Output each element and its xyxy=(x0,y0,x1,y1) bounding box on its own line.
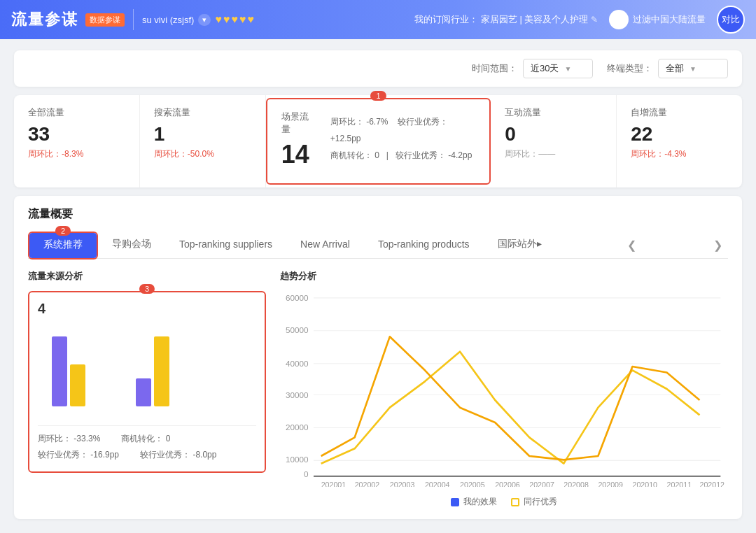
search-traffic-sub: 周环比：-50.0% xyxy=(154,148,251,160)
filters-row: 时间范围： 近30天 ▼ 终端类型： 全部 ▼ xyxy=(14,50,742,87)
time-filter-select[interactable]: 近30天 ▼ xyxy=(523,59,593,78)
trend-chart: 60000 50000 40000 30000 20000 10000 0 xyxy=(280,291,728,508)
traffic-summary-section: 流量概要 2 系统推荐 导购会场 Top-ranking suppliers N… xyxy=(14,196,742,519)
scene-week-change: 周环比： -6.7% 较行业优秀： +12.5pp xyxy=(330,113,476,147)
stats-row: 全部流量 33 周环比：-8.3% 搜索流量 1 周环比：-50.0% 1 场景… xyxy=(14,95,742,187)
tab-new-arrival[interactable]: New Arrival xyxy=(286,233,364,257)
svg-text:202006: 202006 xyxy=(495,481,520,487)
svg-text:202011: 202011 xyxy=(667,481,692,487)
bar-chart-svg xyxy=(38,322,220,420)
svg-text:202002: 202002 xyxy=(355,481,380,487)
stat-card-self-traffic: 自增流量 22 周环比：-4.3% xyxy=(617,95,742,187)
chart-stat-conversion: 商机转化： 0 xyxy=(121,433,170,445)
time-filter-group: 时间范围： 近30天 ▼ xyxy=(472,59,593,78)
username-label: su vivi (zsjsf) xyxy=(142,15,194,25)
chart-stats-row2: 较行业优秀： -16.9pp 较行业优秀： -8.0pp xyxy=(38,449,256,461)
tab-highlight-badge: 2 xyxy=(55,226,71,236)
interactive-traffic-value: 0 xyxy=(505,123,602,145)
svg-rect-0 xyxy=(52,336,67,406)
device-filter-select[interactable]: 全部 ▼ xyxy=(658,59,728,78)
trend-chart-svg: 60000 50000 40000 30000 20000 10000 0 xyxy=(280,291,728,487)
svg-text:202008: 202008 xyxy=(564,481,589,487)
scene-conversion: 商机转化： 0 | 较行业优秀： -4.2pp xyxy=(330,147,476,164)
svg-text:202001: 202001 xyxy=(321,481,346,487)
stat-card-interactive-traffic: 互动流量 0 周环比：—— xyxy=(491,95,617,187)
subscription-label: 我的订阅行业： 家居园艺 | 美容及个人护理 ✎ xyxy=(414,13,598,26)
search-traffic-value: 1 xyxy=(154,123,251,145)
svg-text:202012: 202012 xyxy=(699,481,724,487)
interactive-traffic-label: 互动流量 xyxy=(505,106,602,119)
main-content: 时间范围： 近30天 ▼ 终端类型： 全部 ▼ 全部流量 33 周环比：-8.3… xyxy=(0,39,756,530)
svg-rect-2 xyxy=(136,378,151,406)
device-filter-label: 终端类型： xyxy=(607,62,652,75)
time-filter-label: 时间范围： xyxy=(472,62,517,75)
section-title: 流量概要 xyxy=(28,207,728,222)
tab-system-recommend[interactable]: 系统推荐 xyxy=(29,233,97,258)
svg-text:20000: 20000 xyxy=(286,422,309,432)
traffic-tabs: 2 系统推荐 导购会场 Top-ranking suppliers New Ar… xyxy=(28,232,728,259)
svg-rect-1 xyxy=(70,364,85,406)
left-panel: 流量来源分析 3 4 周环比： xyxy=(28,270,266,508)
legend-my-effect: 我的效果 xyxy=(451,496,497,508)
tab-next-btn[interactable]: ❯ xyxy=(708,236,728,255)
all-traffic-label: 全部流量 xyxy=(28,106,125,119)
svg-text:60000: 60000 xyxy=(286,293,309,302)
svg-text:202005: 202005 xyxy=(460,481,485,487)
chart-stat-industry1: 较行业优秀： -16.9pp xyxy=(38,449,119,461)
scene-highlight-badge: 1 xyxy=(370,91,386,101)
svg-text:50000: 50000 xyxy=(286,325,309,334)
svg-text:40000: 40000 xyxy=(286,359,309,368)
header-badge: 数据参谋 xyxy=(85,13,125,27)
device-filter-group: 终端类型： 全部 ▼ xyxy=(607,59,728,78)
device-chevron-icon: ▼ xyxy=(690,65,696,73)
tab-top-ranking-suppliers[interactable]: Top-ranking suppliers xyxy=(165,233,286,257)
right-panel-title: 趋势分析 xyxy=(280,270,728,283)
legend-dot-peer xyxy=(511,498,519,506)
self-traffic-value: 22 xyxy=(631,123,728,145)
chart-stat-week-change: 周环比： -33.3% xyxy=(38,433,100,445)
self-traffic-sub: 周环比：-4.3% xyxy=(631,148,728,160)
left-panel-title: 流量来源分析 xyxy=(28,270,266,283)
svg-text:202004: 202004 xyxy=(425,481,450,487)
svg-text:202007: 202007 xyxy=(529,481,554,487)
legend-dot-my-effect xyxy=(451,498,459,506)
chart-num: 4 xyxy=(38,301,256,317)
tab-shopping-venue[interactable]: 导购会场 xyxy=(98,232,165,257)
header: 流量参谋 数据参谋 su vivi (zsjsf) ▾ ♥♥♥♥♥ 我的订阅行业… xyxy=(0,0,756,39)
tab-top-ranking-products[interactable]: Top-ranking products xyxy=(364,233,484,257)
scene-traffic-label: 场景流量 xyxy=(281,111,316,136)
filter-circle-icon xyxy=(609,10,629,29)
left-chart-badge: 3 xyxy=(139,284,155,294)
self-traffic-label: 自增流量 xyxy=(631,106,728,119)
header-hearts: ♥♥♥♥♥ xyxy=(215,13,255,26)
svg-text:30000: 30000 xyxy=(286,390,309,399)
svg-text:202003: 202003 xyxy=(390,481,415,487)
all-traffic-sub: 周环比：-8.3% xyxy=(28,148,125,160)
tab-intl-external[interactable]: 国际站外▸ xyxy=(484,232,556,257)
stat-card-all-traffic: 全部流量 33 周环比：-8.3% xyxy=(14,95,140,187)
compare-button[interactable]: 对比 xyxy=(717,6,745,34)
svg-text:202010: 202010 xyxy=(632,481,657,487)
header-divider xyxy=(133,9,134,30)
edit-icon[interactable]: ✎ xyxy=(591,15,598,24)
chart-legend: 我的效果 同行优秀 xyxy=(280,496,728,508)
chart-stats: 周环比： -33.3% 商机转化： 0 xyxy=(38,425,256,445)
filter-mainland-btn[interactable]: 过滤中国大陆流量 xyxy=(609,10,706,29)
bar-chart-box: 3 4 周环比： -33.3% xyxy=(28,291,266,473)
svg-rect-3 xyxy=(154,336,169,406)
app-title: 流量参谋 xyxy=(11,9,78,30)
all-traffic-value: 33 xyxy=(28,123,125,145)
stat-card-search-traffic: 搜索流量 1 周环比：-50.0% xyxy=(140,95,266,187)
stat-card-scene-traffic: 1 场景流量 14 周环比： -6.7% 较行业优秀： +12.5pp 商机 xyxy=(266,98,491,185)
header-right: 我的订阅行业： 家居园艺 | 美容及个人护理 ✎ 过滤中国大陆流量 对比 xyxy=(414,6,745,34)
interactive-traffic-sub: 周环比：—— xyxy=(505,148,602,160)
right-panel: 趋势分析 60000 50000 40000 30000 20000 10000… xyxy=(280,270,728,508)
scene-traffic-value: 14 xyxy=(281,140,316,169)
search-traffic-label: 搜索流量 xyxy=(154,106,251,119)
svg-text:202009: 202009 xyxy=(598,481,623,487)
header-user: su vivi (zsjsf) ▾ ♥♥♥♥♥ xyxy=(142,13,255,26)
user-dropdown-btn[interactable]: ▾ xyxy=(198,14,211,26)
legend-peer-excellent: 同行优秀 xyxy=(511,496,557,508)
tab-prev-btn[interactable]: ❮ xyxy=(622,236,642,255)
svg-text:10000: 10000 xyxy=(286,455,309,464)
